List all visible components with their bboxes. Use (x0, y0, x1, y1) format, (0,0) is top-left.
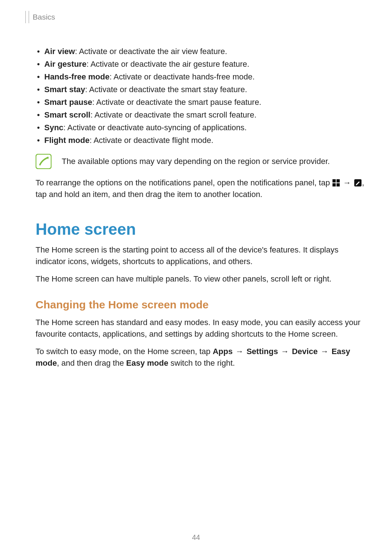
list-item: Flight mode: Activate or deactivate flig… (36, 134, 367, 147)
feature-desc: : Activate or deactivate the smart pause… (92, 98, 261, 107)
feature-desc: : Activate or deactivate the air gesture… (86, 59, 249, 69)
apps-label: Apps (213, 347, 233, 356)
feature-name: Smart stay (44, 85, 85, 94)
p2-pre: To switch to easy mode, on the Home scre… (36, 347, 213, 356)
note-icon (36, 154, 52, 169)
list-item: Air view: Activate or deactivate the air… (36, 45, 367, 58)
arrow-text: → (235, 347, 244, 356)
arrow-text: → (342, 178, 352, 187)
feature-desc: : Activate or deactivate hands-free mode… (110, 72, 255, 81)
feature-name: Air view (44, 47, 75, 56)
feature-desc: : Activate or deactivate the smart stay … (85, 85, 247, 94)
feature-name: Smart scroll (44, 110, 90, 119)
feature-desc: : Activate or deactivate the air view fe… (75, 47, 227, 56)
list-item: Air gesture: Activate or deactivate the … (36, 58, 367, 70)
header-rule (25, 11, 29, 23)
list-item: Smart scroll: Activate or deactivate the… (36, 108, 367, 121)
list-item: Hands-free mode: Activate or deactivate … (36, 70, 367, 83)
changing-mode-p1: The Home screen has standard and easy mo… (36, 317, 367, 340)
p2-post: , and then drag the (57, 358, 126, 368)
page-header: Basics (25, 11, 367, 23)
device-label: Device (292, 347, 318, 356)
arrow-text: → (320, 347, 329, 356)
home-screen-p2: The Home screen can have multiple panels… (36, 273, 367, 285)
feature-name: Smart pause (44, 98, 92, 107)
feature-name: Sync (44, 123, 64, 132)
svg-rect-0 (36, 154, 51, 169)
easy-mode-label-2: Easy mode (126, 358, 168, 368)
settings-label: Settings (246, 347, 278, 356)
feature-list: Air view: Activate or deactivate the air… (36, 45, 367, 147)
feature-desc: : Activate or deactivate auto-syncing of… (64, 123, 247, 132)
list-item: Smart pause: Activate or deactivate the … (36, 96, 367, 108)
list-item: Smart stay: Activate or deactivate the s… (36, 83, 367, 96)
feature-desc: : Activate or deactivate flight mode. (90, 136, 213, 145)
page: Basics Air view: Activate or deactivate … (0, 0, 392, 554)
p2-end: switch to the right. (168, 358, 235, 368)
section-title-home-screen: Home screen (36, 220, 367, 238)
feature-name: Flight mode (44, 136, 90, 145)
subsection-title-changing-mode: Changing the Home screen mode (36, 299, 367, 311)
feature-name: Air gesture (44, 59, 86, 69)
rearrange-paragraph: To rearrange the options on the notifica… (36, 177, 367, 200)
note-text: The available options may vary depending… (62, 156, 330, 167)
rearrange-pre: To rearrange the options on the notifica… (36, 178, 332, 187)
home-screen-p1: The Home screen is the starting point to… (36, 244, 367, 267)
page-content: Air view: Activate or deactivate the air… (25, 45, 367, 369)
feature-desc: : Activate or deactivate the smart scrol… (90, 110, 256, 119)
arrow-text: → (280, 347, 290, 356)
grid-icon (332, 179, 340, 187)
list-item: Sync: Activate or deactivate auto-syncin… (36, 121, 367, 134)
page-number: 44 (0, 533, 392, 542)
changing-mode-p2: To switch to easy mode, on the Home scre… (36, 346, 367, 369)
note-row: The available options may vary depending… (36, 154, 367, 169)
breadcrumb: Basics (33, 13, 55, 21)
feature-name: Hands-free mode (44, 72, 110, 81)
edit-icon (354, 179, 362, 187)
